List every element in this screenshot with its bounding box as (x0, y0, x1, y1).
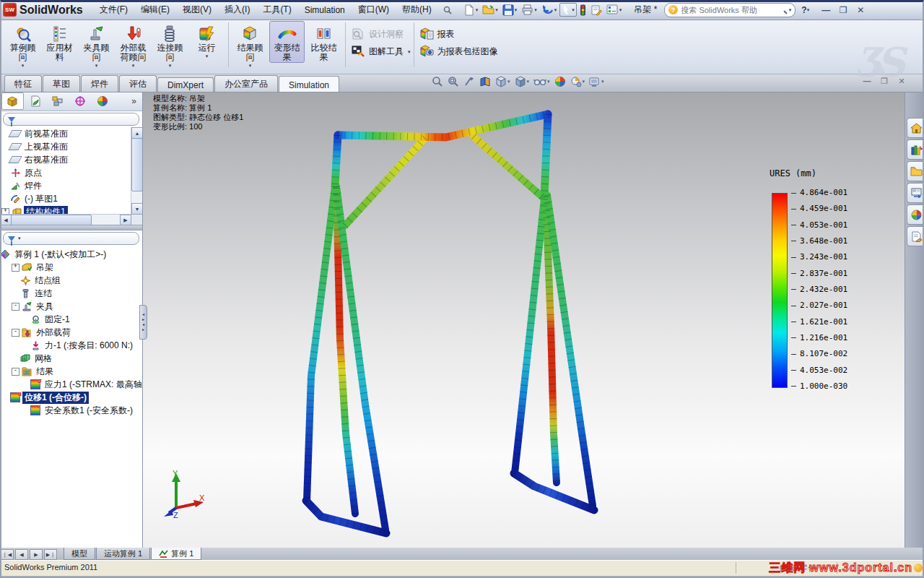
tab-dimxpert[interactable]: DimXpert (157, 77, 214, 92)
menu-help[interactable]: 帮助(H) (396, 1, 438, 19)
graphics-viewport[interactable]: 模型名称: 吊架 算例名称: 算例 1 图解类型: 静态位移 位移1 变形比例:… (143, 92, 905, 548)
display-manager-tab[interactable] (91, 92, 113, 110)
scroll-down-button[interactable] (131, 203, 142, 215)
configuration-manager-tab[interactable] (46, 92, 69, 110)
view-orientation-icon[interactable]: ▾ (495, 76, 510, 87)
options-button[interactable]: ▾ (605, 4, 624, 16)
expand-toggle-icon[interactable] (12, 329, 19, 337)
tab-features[interactable]: 特征 (4, 75, 42, 92)
tab-simulation[interactable]: Simulation (279, 76, 339, 92)
previous-view-icon[interactable] (463, 76, 475, 87)
tree-item-sketch1[interactable]: (-) 草图1 (0, 192, 131, 205)
tab-office-products[interactable]: 办公室产品 (214, 75, 278, 92)
tree-item-study[interactable]: 算例 1 (-默认<按加工>-) (0, 248, 142, 261)
pin-menu-icon[interactable] (443, 5, 453, 15)
scroll-right-button[interactable] (120, 215, 131, 225)
model-tab[interactable]: 模型 (64, 548, 95, 560)
minimize-button[interactable]: — (819, 5, 832, 15)
save-button[interactable]: ▾ (501, 4, 519, 17)
menu-simulation[interactable]: Simulation (298, 2, 352, 18)
last-tab-button[interactable]: ▶ (44, 549, 57, 560)
hide-show-items-icon[interactable]: ▾ (533, 77, 550, 87)
menu-tools[interactable]: 工具(T) (256, 1, 297, 19)
connections-advisor-button[interactable]: 连接顾问 ▾ (152, 21, 188, 69)
doc-restore-button[interactable]: ❐ (878, 77, 891, 86)
filter-dropdown-icon[interactable]: ▾ (18, 236, 21, 241)
help-dropdown-icon[interactable]: ▾ (807, 7, 810, 13)
feature-tree-horizontal-scrollbar[interactable] (0, 214, 131, 225)
tree-item-fos-plot[interactable]: 安全系数1 (-安全系数-) (0, 404, 142, 417)
simulation-study-tab[interactable]: 算例 1 (151, 548, 201, 560)
next-tab-button[interactable]: ▶ (30, 549, 43, 560)
status-help-icon[interactable] (914, 564, 923, 572)
dropdown-arrow-icon[interactable]: ▾ (408, 49, 411, 55)
dropdown-arrow-icon[interactable]: ▾ (22, 63, 25, 69)
scroll-thumb[interactable] (131, 138, 142, 191)
tree-splitter[interactable] (0, 225, 142, 230)
apply-material-button[interactable]: 应用材料 (42, 21, 77, 63)
custom-properties-tab[interactable] (907, 226, 924, 246)
feature-tree-vertical-scrollbar[interactable] (131, 127, 142, 225)
section-view-icon[interactable] (479, 76, 491, 87)
dropdown-arrow-icon[interactable]: ▾ (132, 63, 135, 69)
scroll-up-button[interactable] (131, 127, 142, 139)
tree-item-frame-part[interactable]: 吊架 (0, 261, 142, 274)
tree-item-fixed[interactable]: 固定-1 (0, 313, 142, 326)
results-advisor-button[interactable]: 结果顾问 ▾ (232, 21, 268, 69)
file-properties-button[interactable] (589, 4, 603, 17)
view-palette-tab[interactable] (907, 183, 924, 203)
scroll-thumb[interactable] (11, 215, 92, 225)
search-icon[interactable] (778, 5, 788, 14)
menu-insert[interactable]: 插入(I) (218, 1, 256, 19)
close-button[interactable]: ✕ (854, 5, 867, 15)
help-menu-button[interactable]: ? (801, 5, 806, 15)
camera-icon[interactable]: ▾ (589, 77, 604, 87)
tree-item-external-loads[interactable]: 外部载荷 (0, 326, 142, 339)
fixtures-advisor-button[interactable]: 夹具顾问 ▾ (79, 21, 114, 69)
rebuild-button[interactable] (578, 4, 588, 17)
dropdown-arrow-icon[interactable]: ▾ (169, 63, 172, 69)
feature-tree-filter[interactable] (3, 113, 139, 126)
study-advisor-button[interactable]: 算例顾问 ▾ (5, 21, 40, 69)
menu-file[interactable]: 文件(F) (93, 1, 134, 19)
first-tab-button[interactable]: ◀ (1, 549, 14, 560)
tab-weldments[interactable]: 焊件 (81, 75, 118, 92)
external-loads-advisor-button[interactable]: 外部载荷顾问 ▾ (116, 21, 151, 69)
pane-splitter-handle[interactable]: ◂▸◂▸ (139, 305, 147, 340)
select-tool-button[interactable]: ▾ (559, 3, 577, 17)
tree-item-force[interactable]: 力-1 (:按条目: 6000 N:) (0, 339, 142, 352)
dropdown-arrow-icon[interactable]: ▾ (206, 53, 209, 59)
tree-item-joint-group[interactable]: 结点组 (0, 274, 142, 287)
tree-item-top-plane[interactable]: 上视基准面 (0, 140, 131, 153)
property-manager-tab[interactable] (24, 92, 46, 110)
include-image-for-report-button[interactable]: 为报表包括图像 (419, 43, 498, 60)
help-search-box[interactable]: ▾ (664, 3, 796, 17)
feature-manager-tab[interactable] (1, 92, 24, 110)
tree-item-connections[interactable]: 连结 (0, 287, 142, 300)
simulation-tree-filter[interactable]: ▾ (3, 232, 139, 245)
zoom-fit-icon[interactable] (432, 76, 443, 87)
search-input[interactable] (678, 6, 777, 14)
dropdown-arrow-icon[interactable]: ▾ (95, 63, 98, 69)
dimxpert-manager-tab[interactable] (69, 92, 91, 110)
plot-tools-button[interactable]: 图解工具 ▾ (350, 43, 411, 60)
tree-item-mesh[interactable]: 网格 (0, 352, 142, 365)
doc-close-button[interactable]: ✕ (895, 77, 908, 86)
scroll-left-button[interactable] (0, 215, 12, 225)
dropdown-arrow-icon[interactable]: ▾ (249, 63, 252, 69)
tab-sketch[interactable]: 草图 (43, 75, 80, 92)
tree-item-weldment[interactable]: 焊件 (0, 179, 131, 192)
report-button[interactable]: 报表 (419, 25, 498, 43)
undo-button[interactable]: ▾ (540, 4, 559, 16)
tree-item-origin[interactable]: 原点 (0, 166, 131, 179)
restore-button[interactable]: ❐ (837, 5, 850, 15)
tree-item-right-plane[interactable]: 右视基准面 (0, 153, 131, 166)
zoom-area-icon[interactable] (448, 76, 459, 87)
open-button[interactable]: ▾ (481, 4, 500, 16)
deformed-result-button[interactable]: 变形结果 (269, 21, 305, 63)
search-dropdown-icon[interactable]: ▾ (789, 7, 792, 13)
menu-window[interactable]: 窗口(W) (352, 1, 396, 19)
view-settings-icon[interactable]: ▾ (570, 76, 585, 87)
manager-overflow-chevron[interactable] (127, 96, 141, 106)
expand-toggle-icon[interactable] (12, 368, 19, 376)
